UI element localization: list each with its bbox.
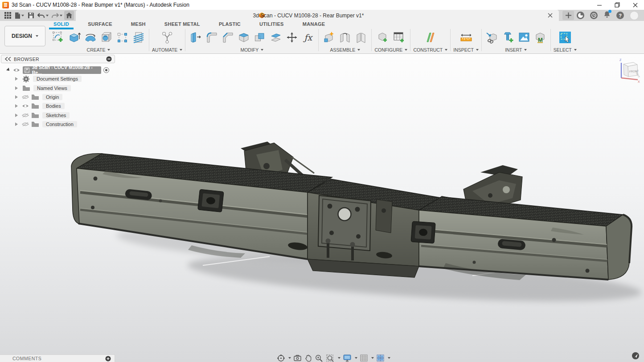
press-pull-icon[interactable] bbox=[188, 28, 203, 46]
fillet-icon[interactable] bbox=[204, 28, 219, 46]
close-tab-icon[interactable] bbox=[547, 12, 554, 19]
expand-caret-icon[interactable] bbox=[15, 122, 18, 126]
tab-sheet-metal[interactable]: SHEET METAL bbox=[163, 21, 202, 28]
app-launcher-icon[interactable] bbox=[3, 11, 12, 20]
viewports-caret-icon[interactable] bbox=[388, 357, 390, 359]
browser-row-construction[interactable]: Construction bbox=[1, 120, 115, 129]
browser-row-document-settings[interactable]: Document Settings bbox=[1, 74, 115, 83]
expand-caret-icon[interactable] bbox=[15, 114, 18, 117]
insert-derive-icon[interactable] bbox=[484, 28, 500, 46]
help-icon[interactable]: ? bbox=[616, 12, 624, 19]
measure-icon[interactable] bbox=[459, 28, 474, 46]
combine-icon[interactable] bbox=[252, 28, 267, 46]
expand-caret-icon[interactable] bbox=[15, 95, 18, 99]
group-label-construct[interactable]: CONSTRUCT bbox=[413, 47, 447, 53]
group-label-configure[interactable]: CONFIGURE bbox=[374, 47, 407, 53]
extensions-icon[interactable] bbox=[577, 12, 584, 19]
visibility-eye-slash-icon[interactable] bbox=[22, 94, 29, 100]
add-comment-icon[interactable] bbox=[105, 356, 111, 362]
minimize-button[interactable] bbox=[591, 0, 608, 10]
visibility-eye-icon[interactable] bbox=[22, 103, 29, 109]
shell-icon[interactable] bbox=[236, 28, 251, 46]
orbit-caret-icon[interactable] bbox=[288, 357, 291, 359]
tab-mesh[interactable]: MESH bbox=[129, 21, 148, 28]
group-label-assemble[interactable]: ASSEMBLE bbox=[330, 47, 361, 53]
construction-plane-icon[interactable] bbox=[423, 28, 438, 46]
collapse-browser-icon[interactable] bbox=[5, 57, 11, 61]
create-sketch-icon[interactable] bbox=[51, 28, 66, 46]
close-button[interactable] bbox=[626, 0, 644, 10]
view-cube[interactable]: Z X FRONT RIGHT bbox=[615, 57, 641, 84]
new-component-icon[interactable] bbox=[321, 28, 336, 46]
browser-root-row[interactable]: 3d Scan - CUCV M1008-28 - Re... bbox=[1, 65, 115, 74]
new-tab-button[interactable] bbox=[562, 11, 574, 20]
grid-caret-icon[interactable] bbox=[371, 357, 374, 359]
activate-component-radio[interactable] bbox=[103, 67, 109, 73]
browser-root-item[interactable]: 3d Scan - CUCV M1008-28 - Re... bbox=[23, 66, 101, 74]
fit-caret-icon[interactable] bbox=[338, 357, 340, 359]
visibility-eye-slash-icon[interactable] bbox=[22, 113, 29, 118]
group-label-inspect[interactable]: INSPECT bbox=[453, 47, 479, 53]
user-avatar[interactable] bbox=[630, 11, 639, 20]
file-menu-button[interactable] bbox=[13, 11, 25, 20]
group-label-select[interactable]: SELECT bbox=[554, 47, 577, 53]
notifications-icon[interactable] bbox=[603, 11, 611, 20]
joint-icon[interactable] bbox=[337, 28, 353, 46]
tab-solid[interactable]: SOLID bbox=[52, 21, 71, 28]
insert-mcmaster-icon[interactable]: M bbox=[533, 28, 548, 46]
workspace-selector[interactable]: DESIGN bbox=[4, 26, 45, 46]
automate-icon[interactable] bbox=[160, 28, 175, 46]
look-at-icon[interactable] bbox=[293, 354, 302, 362]
zoom-icon[interactable] bbox=[314, 354, 324, 362]
expand-caret-icon[interactable] bbox=[6, 68, 11, 72]
feedback-icon[interactable] bbox=[632, 352, 639, 359]
expand-caret-icon[interactable] bbox=[15, 104, 18, 108]
viewport-canvas[interactable]: BROWSER 3d Scan - CUCV M1008-28 - Re... … bbox=[0, 54, 644, 362]
browser-row-origin[interactable]: Origin bbox=[1, 93, 115, 102]
browser-header[interactable]: BROWSER bbox=[1, 55, 115, 63]
grid-and-snaps-icon[interactable] bbox=[359, 354, 369, 362]
insert-fastener-icon[interactable] bbox=[500, 28, 516, 46]
viewports-icon[interactable] bbox=[376, 354, 385, 362]
visibility-eye-slash-icon[interactable] bbox=[22, 122, 29, 127]
insert-canvas-icon[interactable] bbox=[517, 28, 532, 46]
browser-row-bodies[interactable]: Bodies bbox=[1, 102, 115, 110]
display-caret-icon[interactable] bbox=[355, 357, 357, 359]
expand-caret-icon[interactable] bbox=[15, 77, 18, 81]
thread-icon[interactable] bbox=[131, 28, 146, 46]
chamfer-icon[interactable] bbox=[220, 28, 235, 46]
revolve-icon[interactable] bbox=[83, 28, 98, 46]
job-status-icon[interactable] bbox=[590, 12, 598, 19]
group-label-modify[interactable]: MODIFY bbox=[240, 47, 263, 53]
extrude-icon[interactable] bbox=[67, 28, 82, 46]
split-body-icon[interactable] bbox=[268, 28, 283, 46]
tab-manage[interactable]: MANAGE bbox=[301, 21, 327, 28]
maximize-button[interactable] bbox=[608, 0, 626, 10]
pan-icon[interactable] bbox=[304, 354, 312, 362]
browser-close-icon[interactable] bbox=[106, 56, 112, 62]
browser-row-named-views[interactable]: Named Views bbox=[1, 84, 115, 93]
undo-button[interactable] bbox=[37, 11, 49, 20]
as-built-joint-icon[interactable] bbox=[353, 28, 369, 46]
comments-bar[interactable]: COMMENTS bbox=[0, 354, 115, 362]
configuration-icon[interactable] bbox=[375, 28, 390, 46]
tab-utilities[interactable]: UTILITIES bbox=[258, 21, 286, 28]
expand-caret-icon[interactable] bbox=[15, 86, 18, 90]
browser-row-sketches[interactable]: Sketches bbox=[1, 110, 115, 119]
group-label-create[interactable]: CREATE bbox=[87, 47, 111, 53]
display-settings-icon[interactable] bbox=[342, 354, 352, 362]
visibility-eye-icon[interactable] bbox=[13, 68, 20, 73]
document-tab[interactable]: 3d Scan - CUCV M1008-28 - Rear Bumper v1… bbox=[76, 10, 559, 21]
select-icon[interactable] bbox=[558, 28, 573, 46]
group-label-insert[interactable]: INSERT bbox=[505, 47, 527, 53]
redo-button[interactable] bbox=[50, 11, 63, 20]
fit-icon[interactable] bbox=[325, 354, 335, 362]
tab-surface[interactable]: SURFACE bbox=[86, 21, 114, 28]
tab-plastic[interactable]: PLASTIC bbox=[217, 21, 242, 28]
group-label-automate[interactable]: AUTOMATE bbox=[152, 47, 182, 53]
home-button[interactable] bbox=[64, 11, 74, 20]
parameters-fx-icon[interactable]: ƒx bbox=[300, 28, 316, 46]
orbit-icon[interactable] bbox=[276, 354, 286, 362]
save-button[interactable] bbox=[26, 11, 36, 20]
configuration-table-icon[interactable] bbox=[391, 28, 406, 46]
